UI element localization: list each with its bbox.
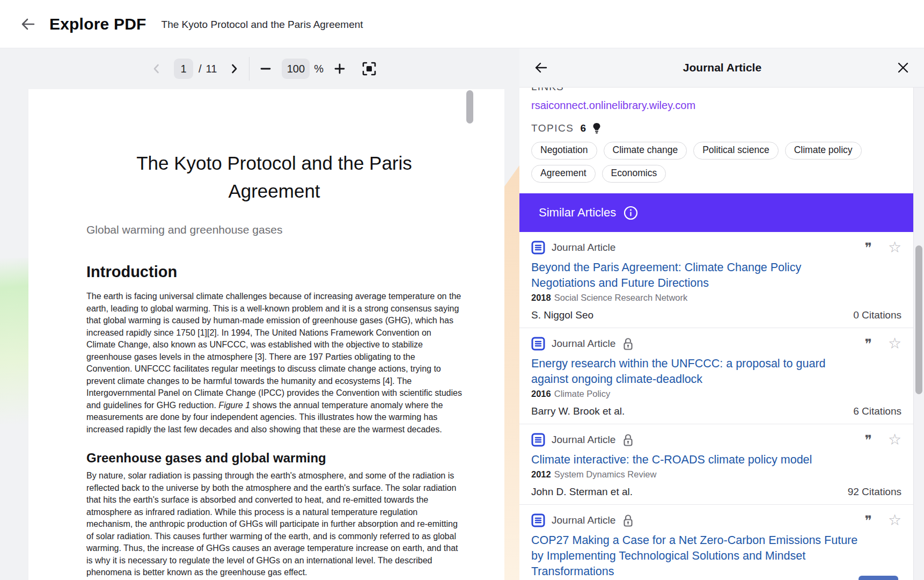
article-journal: Climate Policy [554,389,611,398]
peach-decoration [503,129,519,580]
article-title-link[interactable]: Beyond the Paris Agreement: Climate Chan… [531,260,864,291]
panel-scroll-area: LINKS rsaiconnect.onlinelibrary.wiley.co… [519,88,913,580]
article-year: 2012 [531,469,551,479]
panel-scrollbar-track[interactable] [913,88,924,580]
page-title: Explore PDF [49,15,146,33]
zoom-level-indicator[interactable]: 100 [282,59,310,79]
article-type-label: Journal Article [552,242,615,253]
similar-articles-banner: Similar Articles [519,193,913,232]
similar-article-card[interactable]: Journal Article ❞ ☆ Climate interactive:… [519,424,913,505]
bookmark-star-icon[interactable]: ☆ [888,240,901,255]
zoom-out-button[interactable] [259,62,272,75]
topics-count: 6 [580,122,586,134]
pdf-section-heading-introduction: Introduction [86,263,462,281]
article-meta: 2018Social Science Research Network [531,293,901,303]
open-access-icon [623,433,633,447]
zoom-percent-sign: % [314,63,324,75]
journal-article-icon [531,513,545,527]
similar-article-card[interactable]: Journal Article ❞ ☆ Energy research with… [519,328,913,424]
article-journal: System Dynamics Review [554,469,657,479]
article-title-link[interactable]: Energy research within the UNFCCC: a pro… [531,356,864,387]
article-citations: 92 Citations [848,486,901,498]
green-decoration [0,258,29,424]
journal-article-icon [531,433,545,447]
similar-articles-title: Similar Articles [539,206,616,220]
app-header: Explore PDF The Kyoto Protocol and the P… [0,0,924,48]
toolbar-divider [249,57,250,81]
article-citations: 6 Citations [853,405,901,417]
pdf-page: The Kyoto Protocol and the Paris Agreeme… [28,89,504,580]
pdf-section-heading-greenhouse: Greenhouse gases and global warming [86,451,462,466]
panel-title: Journal Article [548,61,896,74]
back-arrow-icon[interactable] [19,16,36,33]
cite-icon[interactable]: ❞ [864,337,871,351]
page-separator: / [199,63,202,75]
article-authors: S. Niggol Seo [531,309,593,321]
article-journal: Social Science Research Network [554,293,688,302]
article-meta: 2012System Dynamics Review [531,469,901,480]
pdf-scrollbar[interactable] [466,90,473,124]
panel-header: Journal Article [519,48,924,88]
bookmark-star-icon[interactable]: ☆ [888,336,901,351]
article-authors: John D. Sterman et al. [531,486,633,498]
bookmark-star-icon[interactable]: ☆ [888,513,901,528]
close-icon[interactable] [896,61,910,75]
article-meta: 2016Climate Policy [531,389,901,399]
pdf-toolbar: 1 / 11 100 % [151,48,377,89]
article-type-label: Journal Article [552,434,615,446]
lightbulb-icon [592,122,601,134]
similar-article-card[interactable]: Journal Article ❞ ☆ Beyond the Paris Agr… [519,232,913,328]
pdf-paragraph-introduction: The earth is facing universal climate ch… [86,291,462,436]
pdf-paragraph-greenhouse: By nature, solar radiation is passing th… [86,470,462,579]
zoom-in-button[interactable] [333,62,346,75]
topic-tag[interactable]: Political science [693,142,779,160]
open-access-icon [623,514,633,527]
next-page-button[interactable] [229,63,239,74]
cite-icon[interactable]: ❞ [864,241,871,255]
topic-tag[interactable]: Economics [602,165,666,183]
pdf-document-title: The Kyoto Protocol and the Paris Agreeme… [86,149,462,205]
figure-reference: Figure 1 [218,401,250,410]
topic-tags: Negotiation Climate change Political sci… [531,142,901,183]
info-icon[interactable] [624,206,638,220]
article-citations: 0 Citations [853,309,901,321]
topics-section-label: TOPICS [531,122,574,134]
topic-tag[interactable]: Negotiation [531,142,597,160]
journal-article-icon [531,337,545,351]
links-section-label: LINKS [531,88,901,95]
open-access-icon [623,337,633,351]
topic-tag[interactable]: Agreement [531,165,596,183]
article-year: 2016 [531,389,551,398]
total-pages: 11 [206,63,217,75]
current-page-indicator[interactable]: 1 [174,59,193,79]
fullscreen-icon[interactable] [361,61,377,77]
article-authors: Barry W. Brook et al. [531,405,625,417]
panel-scrollbar[interactable] [915,245,922,394]
previous-page-button[interactable] [151,63,162,74]
pdf-document-subtitle: Global warming and greenhouse gases [86,223,462,236]
bookmark-star-icon[interactable]: ☆ [888,432,901,447]
article-year: 2018 [531,293,551,302]
article-title-link[interactable]: Climate interactive: the C-ROADS climate… [531,452,864,468]
journal-article-panel: Journal Article LINKS rsaiconnect.online… [519,48,924,580]
similar-article-card[interactable]: Journal Article ❞ ☆ COP27 Making a Case … [519,505,913,580]
cutoff-element [859,576,898,580]
article-external-link[interactable]: rsaiconnect.onlinelibrary.wiley.com [531,99,695,112]
pdf-viewer: 1 / 11 100 % The Kyoto Protocol and the … [0,48,519,580]
topic-tag[interactable]: Climate policy [785,142,862,160]
panel-back-arrow-icon[interactable] [533,60,548,75]
document-title: The Kyoto Protocol and the Paris Agreeme… [162,19,363,31]
journal-article-icon [531,241,545,255]
topic-tag[interactable]: Climate change [604,142,687,160]
article-type-label: Journal Article [552,514,615,526]
cite-icon[interactable]: ❞ [864,433,871,447]
cite-icon[interactable]: ❞ [864,514,871,527]
article-type-label: Journal Article [552,338,615,350]
article-title-link[interactable]: COP27 Making a Case for a Net Zero-Carbo… [531,533,864,579]
